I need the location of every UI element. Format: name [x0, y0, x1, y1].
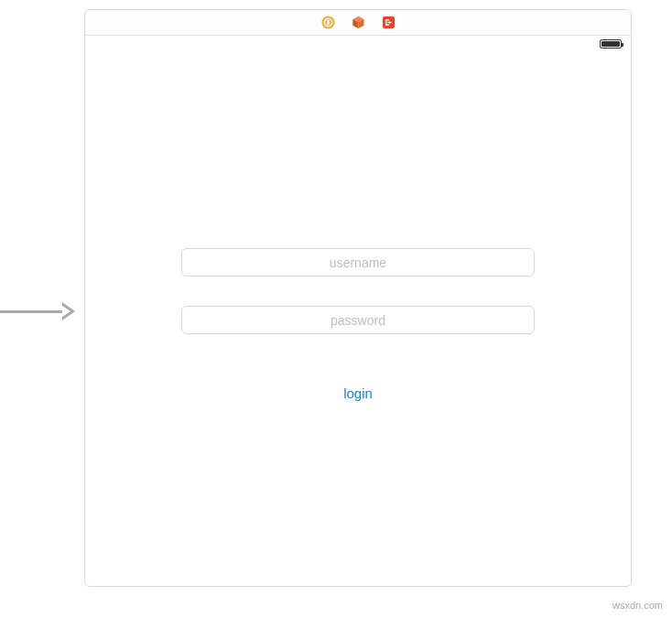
watermark-text: wsxdn.com	[612, 600, 663, 611]
app-content: login	[85, 52, 631, 586]
login-form: login	[181, 248, 535, 401]
login-button[interactable]: login	[343, 385, 373, 401]
arrow-line	[0, 310, 64, 313]
svg-rect-2	[327, 20, 330, 25]
coin-icon[interactable]	[321, 16, 335, 29]
password-input[interactable]	[181, 306, 535, 334]
simulator-toolbar	[85, 10, 631, 36]
username-input[interactable]	[181, 248, 535, 276]
battery-fill	[602, 41, 620, 47]
exit-icon[interactable]	[382, 16, 396, 29]
arrow-head-icon	[62, 302, 75, 320]
simulator-window: login	[84, 9, 632, 587]
battery-icon	[600, 39, 622, 49]
box-icon[interactable]	[352, 16, 365, 29]
pointer-arrow	[0, 302, 82, 320]
status-bar	[85, 36, 631, 52]
